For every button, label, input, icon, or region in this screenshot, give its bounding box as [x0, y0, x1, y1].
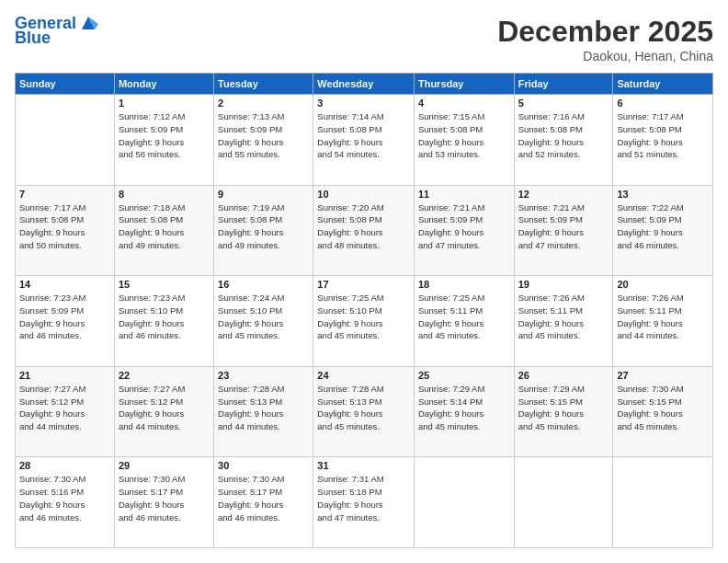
table-row: 26Sunrise: 7:29 AM Sunset: 5:15 PM Dayli… — [514, 366, 613, 457]
day-number: 27 — [617, 370, 709, 381]
day-info: Sunrise: 7:28 AM Sunset: 5:13 PM Dayligh… — [218, 383, 309, 433]
day-info: Sunrise: 7:17 AM Sunset: 5:08 PM Dayligh… — [617, 110, 709, 161]
day-info: Sunrise: 7:14 AM Sunset: 5:08 PM Dayligh… — [317, 110, 410, 161]
table-row: 22Sunrise: 7:27 AM Sunset: 5:12 PM Dayli… — [114, 366, 213, 457]
day-info: Sunrise: 7:27 AM Sunset: 5:12 PM Dayligh… — [19, 383, 110, 433]
calendar-week-row: 14Sunrise: 7:23 AM Sunset: 5:09 PM Dayli… — [16, 276, 713, 367]
day-number: 16 — [218, 279, 309, 290]
month-title: December 2025 — [497, 15, 713, 49]
table-row: 4Sunrise: 7:15 AM Sunset: 5:08 PM Daylig… — [414, 95, 514, 186]
table-row: 14Sunrise: 7:23 AM Sunset: 5:09 PM Dayli… — [16, 276, 115, 367]
col-saturday: Saturday — [613, 74, 713, 95]
day-info: Sunrise: 7:21 AM Sunset: 5:09 PM Dayligh… — [518, 201, 609, 252]
table-row: 13Sunrise: 7:22 AM Sunset: 5:09 PM Dayli… — [613, 185, 713, 276]
col-tuesday: Tuesday — [214, 74, 313, 95]
table-row: 7Sunrise: 7:17 AM Sunset: 5:08 PM Daylig… — [16, 185, 115, 276]
day-info: Sunrise: 7:12 AM Sunset: 5:09 PM Dayligh… — [119, 110, 210, 161]
day-info: Sunrise: 7:25 AM Sunset: 5:11 PM Dayligh… — [418, 292, 510, 342]
table-row: 12Sunrise: 7:21 AM Sunset: 5:09 PM Dayli… — [514, 185, 613, 276]
day-number: 26 — [518, 370, 609, 381]
day-info: Sunrise: 7:19 AM Sunset: 5:08 PM Dayligh… — [218, 201, 309, 252]
day-number: 31 — [317, 460, 410, 471]
day-info: Sunrise: 7:23 AM Sunset: 5:09 PM Dayligh… — [19, 292, 110, 342]
logo-text-blue: Blue — [15, 29, 51, 48]
day-number: 8 — [119, 189, 210, 200]
table-row: 5Sunrise: 7:16 AM Sunset: 5:08 PM Daylig… — [514, 95, 613, 186]
day-number: 9 — [218, 189, 309, 200]
day-number: 5 — [518, 98, 609, 109]
day-info: Sunrise: 7:25 AM Sunset: 5:10 PM Dayligh… — [317, 292, 410, 342]
day-info: Sunrise: 7:29 AM Sunset: 5:15 PM Dayligh… — [518, 383, 609, 433]
table-row: 2Sunrise: 7:13 AM Sunset: 5:09 PM Daylig… — [214, 95, 313, 186]
day-number: 14 — [19, 279, 110, 290]
table-row: 11Sunrise: 7:21 AM Sunset: 5:09 PM Dayli… — [414, 185, 514, 276]
day-info: Sunrise: 7:31 AM Sunset: 5:18 PM Dayligh… — [317, 473, 410, 523]
col-friday: Friday — [514, 74, 613, 95]
table-row: 29Sunrise: 7:30 AM Sunset: 5:17 PM Dayli… — [114, 457, 213, 548]
day-info: Sunrise: 7:26 AM Sunset: 5:11 PM Dayligh… — [617, 292, 709, 342]
calendar-week-row: 21Sunrise: 7:27 AM Sunset: 5:12 PM Dayli… — [16, 366, 713, 457]
day-info: Sunrise: 7:15 AM Sunset: 5:08 PM Dayligh… — [418, 110, 510, 161]
table-row: 31Sunrise: 7:31 AM Sunset: 5:18 PM Dayli… — [313, 457, 415, 548]
table-row: 6Sunrise: 7:17 AM Sunset: 5:08 PM Daylig… — [613, 95, 713, 186]
day-info: Sunrise: 7:28 AM Sunset: 5:13 PM Dayligh… — [317, 383, 410, 433]
col-wednesday: Wednesday — [313, 74, 415, 95]
day-number: 20 — [617, 279, 709, 290]
day-number: 29 — [119, 460, 210, 471]
table-row: 1Sunrise: 7:12 AM Sunset: 5:09 PM Daylig… — [114, 95, 213, 186]
day-info: Sunrise: 7:18 AM Sunset: 5:08 PM Dayligh… — [119, 201, 210, 252]
calendar-week-row: 28Sunrise: 7:30 AM Sunset: 5:16 PM Dayli… — [16, 457, 713, 548]
table-row: 21Sunrise: 7:27 AM Sunset: 5:12 PM Dayli… — [16, 366, 115, 457]
day-info: Sunrise: 7:22 AM Sunset: 5:09 PM Dayligh… — [617, 201, 709, 252]
day-number: 19 — [518, 279, 609, 290]
day-number: 30 — [218, 460, 309, 471]
day-number: 24 — [317, 370, 410, 381]
table-row: 23Sunrise: 7:28 AM Sunset: 5:13 PM Dayli… — [214, 366, 313, 457]
day-number: 2 — [218, 98, 309, 109]
calendar-week-row: 1Sunrise: 7:12 AM Sunset: 5:09 PM Daylig… — [16, 95, 713, 186]
location: Daokou, Henan, China — [497, 49, 713, 63]
day-info: Sunrise: 7:17 AM Sunset: 5:08 PM Dayligh… — [19, 201, 110, 252]
day-info: Sunrise: 7:30 AM Sunset: 5:15 PM Dayligh… — [617, 383, 709, 433]
day-number: 15 — [119, 279, 210, 290]
day-number: 6 — [617, 98, 709, 109]
day-number: 1 — [119, 98, 210, 109]
table-row: 19Sunrise: 7:26 AM Sunset: 5:11 PM Dayli… — [514, 276, 613, 367]
day-info: Sunrise: 7:30 AM Sunset: 5:17 PM Dayligh… — [119, 473, 210, 523]
table-row: 10Sunrise: 7:20 AM Sunset: 5:08 PM Dayli… — [313, 185, 415, 276]
day-info: Sunrise: 7:23 AM Sunset: 5:10 PM Dayligh… — [119, 292, 210, 342]
table-row: 18Sunrise: 7:25 AM Sunset: 5:11 PM Dayli… — [414, 276, 514, 367]
col-monday: Monday — [114, 74, 213, 95]
table-row — [16, 95, 115, 186]
day-number: 22 — [119, 370, 210, 381]
table-row — [514, 457, 613, 548]
calendar-table: Sunday Monday Tuesday Wednesday Thursday… — [15, 73, 713, 548]
table-row: 3Sunrise: 7:14 AM Sunset: 5:08 PM Daylig… — [313, 95, 415, 186]
day-number: 3 — [317, 98, 410, 109]
day-info: Sunrise: 7:13 AM Sunset: 5:09 PM Dayligh… — [218, 110, 309, 161]
day-number: 23 — [218, 370, 309, 381]
calendar-header-row: Sunday Monday Tuesday Wednesday Thursday… — [16, 74, 713, 95]
table-row — [613, 457, 713, 548]
table-row: 8Sunrise: 7:18 AM Sunset: 5:08 PM Daylig… — [114, 185, 213, 276]
day-info: Sunrise: 7:26 AM Sunset: 5:11 PM Dayligh… — [518, 292, 609, 342]
day-number: 11 — [418, 189, 510, 200]
day-number: 12 — [518, 189, 609, 200]
day-number: 28 — [19, 460, 110, 471]
day-number: 21 — [19, 370, 110, 381]
table-row: 30Sunrise: 7:30 AM Sunset: 5:17 PM Dayli… — [214, 457, 313, 548]
day-info: Sunrise: 7:21 AM Sunset: 5:09 PM Dayligh… — [418, 201, 510, 252]
day-info: Sunrise: 7:27 AM Sunset: 5:12 PM Dayligh… — [119, 383, 210, 433]
table-row: 28Sunrise: 7:30 AM Sunset: 5:16 PM Dayli… — [16, 457, 115, 548]
day-number: 4 — [418, 98, 510, 109]
calendar-week-row: 7Sunrise: 7:17 AM Sunset: 5:08 PM Daylig… — [16, 185, 713, 276]
header: General Blue December 2025 Daokou, Henan… — [15, 15, 713, 63]
day-info: Sunrise: 7:16 AM Sunset: 5:08 PM Dayligh… — [518, 110, 609, 161]
table-row: 17Sunrise: 7:25 AM Sunset: 5:10 PM Dayli… — [313, 276, 415, 367]
day-info: Sunrise: 7:20 AM Sunset: 5:08 PM Dayligh… — [317, 201, 410, 252]
logo-icon — [78, 13, 98, 33]
col-sunday: Sunday — [16, 74, 115, 95]
day-info: Sunrise: 7:29 AM Sunset: 5:14 PM Dayligh… — [418, 383, 510, 433]
day-number: 17 — [317, 279, 410, 290]
day-info: Sunrise: 7:30 AM Sunset: 5:17 PM Dayligh… — [218, 473, 309, 523]
